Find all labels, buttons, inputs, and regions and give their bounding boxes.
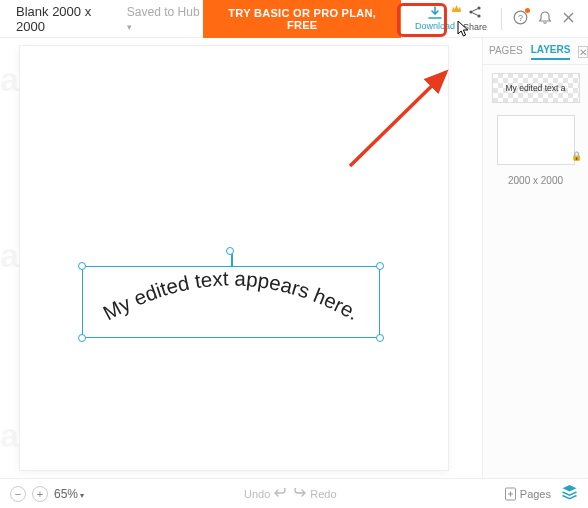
pages-label: Pages	[520, 488, 551, 500]
canvas[interactable]: My edited text appears here.	[20, 46, 448, 470]
canvas-viewport[interactable]: alphr alphr alphr alphr alphr alphr alph…	[0, 38, 482, 478]
help-icon[interactable]: ?	[513, 10, 528, 28]
undo-icon	[273, 488, 287, 499]
rotate-handle[interactable]	[226, 247, 234, 255]
redo-icon	[293, 488, 307, 499]
zoom-level-dropdown[interactable]: 65%	[54, 487, 84, 501]
lock-icon: 🔒	[571, 151, 582, 161]
page-thumbnail[interactable]: 🔒	[497, 115, 575, 165]
add-page-icon	[504, 487, 517, 501]
divider	[501, 8, 502, 30]
panel-close-icon[interactable]: ✕	[578, 46, 588, 58]
side-panel: PAGES LAYERS ✕ My edited text a 🔒 2000 x…	[482, 38, 588, 478]
svg-text:My edited text appears here.: My edited text appears here.	[99, 267, 362, 324]
document-title: Blank 2000 x 2000	[16, 4, 119, 34]
bell-icon[interactable]	[538, 10, 552, 28]
curved-text[interactable]: My edited text appears here.	[83, 267, 379, 337]
bottom-bar: − + 65% Undo Redo Pages	[0, 478, 588, 508]
zoom-in-button[interactable]: +	[32, 486, 48, 502]
undo-button[interactable]: Undo	[244, 488, 287, 500]
tab-pages[interactable]: PAGES	[489, 45, 523, 59]
selection-box[interactable]: My edited text appears here.	[82, 266, 380, 338]
upgrade-cta-button[interactable]: TRY BASIC OR PRO PLAN, FREE	[203, 0, 401, 38]
layers-toggle-icon[interactable]	[561, 484, 578, 504]
undo-label: Undo	[244, 488, 270, 500]
redo-label: Redo	[310, 488, 336, 500]
layer-thumbnail[interactable]: My edited text a	[492, 73, 580, 103]
top-bar: Blank 2000 x 2000 Saved to Hub TRY BASIC…	[0, 0, 588, 38]
close-icon[interactable]	[562, 11, 575, 27]
download-icon	[427, 6, 443, 20]
share-label: Share	[463, 22, 487, 32]
download-button[interactable]: Download	[415, 6, 455, 31]
svg-text:?: ?	[518, 12, 523, 22]
download-label: Download	[415, 21, 455, 31]
redo-button[interactable]: Redo	[293, 488, 336, 500]
share-icon	[468, 5, 483, 22]
canvas-dimensions: 2000 x 2000	[483, 175, 588, 186]
layer-preview-text: My edited text a	[505, 83, 565, 93]
premium-crown-icon	[452, 5, 461, 12]
share-button[interactable]: Share	[463, 5, 487, 32]
notification-dot-icon	[525, 8, 530, 13]
main-area: alphr alphr alphr alphr alphr alphr alph…	[0, 38, 588, 478]
zoom-out-button[interactable]: −	[10, 486, 26, 502]
add-page-button[interactable]: Pages	[504, 487, 551, 501]
tab-layers[interactable]: LAYERS	[531, 44, 571, 60]
panel-tabs: PAGES LAYERS ✕	[483, 38, 588, 65]
saved-status-dropdown[interactable]: Saved to Hub	[127, 5, 204, 33]
